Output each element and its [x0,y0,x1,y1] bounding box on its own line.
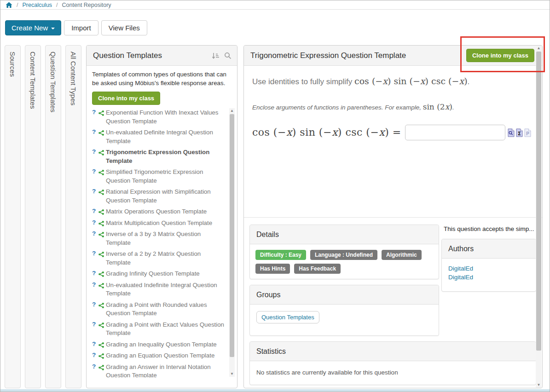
share-icon[interactable] [98,364,104,372]
statistics-empty-text: No statistics are currently available fo… [250,361,536,384]
detail-badge: Difficulty : Easy [255,250,306,260]
share-icon[interactable] [98,149,104,157]
sort-icon[interactable] [212,52,220,62]
scroll-up-icon[interactable]: ▲ [229,108,235,114]
scrollbar-thumb[interactable] [536,52,541,351]
template-list-item[interactable]: ? Inverse of a 2 by 2 Matrix Question Te… [92,249,225,266]
template-list-item[interactable]: ? Grading an Equation Question Template [92,351,225,360]
template-list-item[interactable]: ? Grading an Answer in Interval Notation… [92,363,225,378]
authors-list: DigitalEd DigitalEd [442,259,536,287]
breadcrumb-separator: / [56,2,58,8]
share-icon[interactable] [98,322,104,330]
template-list-item[interactable]: ? Grading Infinity Question Template [92,269,225,278]
authors-box: Authors DigitalEd DigitalEd [441,239,536,292]
question-icon: ? [92,168,96,175]
statistics-box-header: Statistics [250,342,536,361]
template-list-item[interactable]: ? Matrix Multiplication Question Templat… [92,219,225,227]
equation-lhs: cos (−x) sin (−x) csc (−x) = [252,127,401,138]
toolbar: Create New Import View Files [5,20,147,35]
share-icon[interactable] [98,220,104,228]
share-icon[interactable] [98,110,104,118]
share-icon[interactable] [98,208,104,217]
sidebar-tab-label: All Content Types [66,46,81,105]
template-list-item[interactable]: ? Grading a Point with Exact Values Ques… [92,320,225,337]
list-scrollbar[interactable]: ▲ ▼ [229,108,235,377]
question-icon: ? [92,363,96,370]
detail-badge: Has Feedback [294,264,341,274]
group-chip[interactable]: Question Templates [256,311,319,323]
scroll-down-icon[interactable]: ▼ [536,382,542,388]
template-list-item[interactable]: ? Matrix Operations Question Template [92,207,225,216]
template-label: Inverse of a 2 by 2 Matrix Question Temp… [106,250,201,266]
template-list-item[interactable]: ? Grading an Inequality Question Templat… [92,340,225,349]
share-icon[interactable] [98,251,104,259]
author-link[interactable]: DigitalEd [448,264,529,273]
template-label: Un-evaluated Indefinite Integral Questio… [106,282,217,297]
breadcrumb-separator: / [17,2,18,8]
svg-text:P: P [526,131,529,136]
sidebar-tab-content-templates[interactable]: Content Templates [25,45,41,388]
caret-down-icon [51,28,55,29]
template-list-item[interactable]: ? Trigonometric Expression Question Temp… [92,148,225,165]
note-math: sin (2x) [423,103,452,111]
detail-badge: Has Hints [255,264,290,274]
share-icon[interactable] [98,282,104,290]
template-label: Rational Expression with Simplification … [106,188,211,204]
import-button[interactable]: Import [64,20,98,35]
templates-panel-title: Question Templates [93,51,162,60]
share-icon[interactable] [98,302,104,310]
sidebar-tab-label: Question Templates [46,46,60,112]
template-list-item[interactable]: ? Grading a Point with Rounded values Qu… [92,300,225,317]
share-icon[interactable] [98,271,104,279]
author-link[interactable]: DigitalEd [448,273,529,282]
question-icon: ? [92,230,96,237]
template-label: Grading a Point with Exact Values Questi… [106,321,224,337]
scroll-up-icon[interactable]: ▲ [536,46,542,51]
response-area-icons: Σ P [508,128,531,137]
share-icon[interactable] [98,129,104,138]
share-icon[interactable] [98,341,104,350]
question-icon: ? [92,128,96,135]
window-bottom-edge [0,389,550,392]
home-icon[interactable] [6,2,12,8]
detail-scrollbar[interactable]: ▲ ▼ [536,46,542,388]
template-list-item[interactable]: ? Un-evaluated Definite Integral Questio… [92,128,225,145]
share-icon[interactable] [98,189,104,197]
share-icon[interactable] [98,231,104,239]
groups-box: Groups Question Templates [249,285,439,336]
detail-panel-header: Trigonometric Expression Question Templa… [244,46,542,66]
share-icon[interactable] [98,169,104,177]
clone-into-class-button[interactable]: Clone into my class [92,92,160,105]
note-text: Enclose arguments of functions in parent… [252,104,423,111]
create-new-button[interactable]: Create New [5,20,61,35]
template-list-item[interactable]: ? Simplified Trigonometric Expression Qu… [92,167,225,184]
authors-box-header: Authors [442,239,536,259]
search-icon[interactable] [224,52,232,62]
sidebar-tab-sources[interactable]: Sources [5,45,21,388]
preview-icon[interactable] [508,128,515,137]
question-icon: ? [92,321,96,328]
equation-editor-icon[interactable]: Σ [516,128,523,137]
question-icon: ? [92,188,96,195]
breadcrumb-course-link[interactable]: Precalculus [22,2,52,8]
scrollbar-thumb[interactable] [230,114,234,357]
scroll-down-icon[interactable]: ▼ [229,371,235,377]
detail-badge: Algorithmic [382,250,422,260]
template-list-item[interactable]: ? Rational Expression with Simplificatio… [92,187,225,204]
share-icon[interactable] [98,352,104,361]
template-label: Exponential Function With Inexact Values… [106,109,218,125]
template-list-item[interactable]: ? Exponential Function With Inexact Valu… [92,108,225,125]
template-label: Grading an Inequality Question Template [106,341,217,348]
sidebar-tab-question-templates[interactable]: Question Templates [45,45,61,388]
view-files-button[interactable]: View Files [101,20,147,35]
template-list-item[interactable]: ? Un-evaluated Indefinite Integral Quest… [92,281,225,298]
sidebar-tab-all-content-types[interactable]: All Content Types [65,45,81,388]
response-input[interactable] [405,125,505,140]
clone-into-class-button[interactable]: Clone into my class [466,49,534,62]
question-icon: ? [92,208,96,214]
question-icon: ? [92,270,96,277]
template-list-item[interactable]: ? Inverse of a 3 by 3 Matrix Question Te… [92,230,225,247]
template-label: Simplified Trigonometric Expression Ques… [106,168,203,184]
details-box-header: Details [250,225,439,244]
templates-panel-description: Templates of common types of questions t… [92,70,232,88]
